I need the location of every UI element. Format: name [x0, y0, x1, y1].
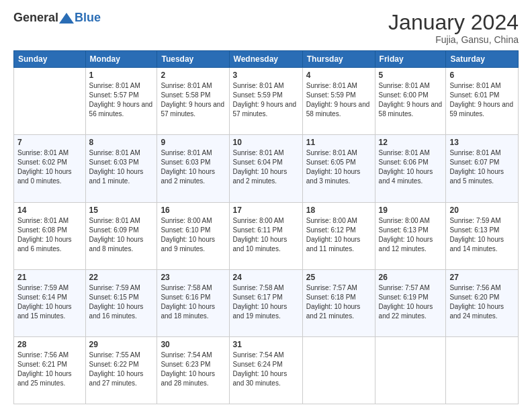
day-info: Sunrise: 7:58 AM Sunset: 6:16 PM Dayligh…: [161, 283, 225, 321]
calendar-cell: 30Sunrise: 7:54 AM Sunset: 6:23 PM Dayli…: [157, 336, 229, 404]
day-number: 8: [89, 138, 154, 147]
calendar-cell: 14Sunrise: 8:01 AM Sunset: 6:08 PM Dayli…: [14, 202, 86, 269]
day-number: 3: [233, 71, 299, 80]
week-row-3: 14Sunrise: 8:01 AM Sunset: 6:08 PM Dayli…: [14, 202, 519, 269]
day-info: Sunrise: 7:58 AM Sunset: 6:17 PM Dayligh…: [233, 283, 299, 321]
day-info: Sunrise: 7:59 AM Sunset: 6:14 PM Dayligh…: [17, 283, 82, 321]
calendar-cell: [446, 336, 519, 404]
day-number: 17: [233, 205, 299, 215]
day-number: 29: [89, 340, 154, 349]
logo-blue: Blue: [75, 11, 101, 25]
day-number: 31: [233, 340, 299, 349]
calendar-cell: 1Sunrise: 8:01 AM Sunset: 5:57 PM Daylig…: [85, 68, 157, 135]
day-number: 20: [449, 205, 515, 215]
day-info: Sunrise: 8:00 AM Sunset: 6:11 PM Dayligh…: [233, 216, 299, 254]
day-number: 24: [233, 273, 299, 282]
day-info: Sunrise: 8:01 AM Sunset: 5:59 PM Dayligh…: [306, 81, 371, 119]
calendar-cell: 29Sunrise: 7:55 AM Sunset: 6:22 PM Dayli…: [85, 336, 157, 404]
day-info: Sunrise: 8:01 AM Sunset: 6:03 PM Dayligh…: [89, 148, 154, 186]
day-number: 12: [379, 138, 443, 147]
day-info: Sunrise: 8:01 AM Sunset: 5:58 PM Dayligh…: [161, 81, 225, 119]
day-info: Sunrise: 7:54 AM Sunset: 6:23 PM Dayligh…: [161, 351, 225, 388]
col-monday: Monday: [85, 51, 157, 68]
calendar-cell: 26Sunrise: 7:57 AM Sunset: 6:19 PM Dayli…: [375, 269, 446, 336]
day-info: Sunrise: 8:00 AM Sunset: 6:12 PM Dayligh…: [306, 216, 371, 254]
day-number: 11: [306, 138, 371, 147]
calendar-cell: 17Sunrise: 8:00 AM Sunset: 6:11 PM Dayli…: [229, 202, 302, 269]
calendar-cell: 4Sunrise: 8:01 AM Sunset: 5:59 PM Daylig…: [302, 68, 375, 135]
calendar-cell: 19Sunrise: 8:00 AM Sunset: 6:13 PM Dayli…: [375, 202, 446, 269]
day-info: Sunrise: 7:54 AM Sunset: 6:24 PM Dayligh…: [233, 351, 299, 388]
day-info: Sunrise: 8:01 AM Sunset: 6:00 PM Dayligh…: [379, 81, 443, 119]
calendar-cell: 7Sunrise: 8:01 AM Sunset: 6:02 PM Daylig…: [14, 135, 86, 202]
header: General Blue January 2024 Fujia, Gansu, …: [13, 11, 519, 45]
day-number: 23: [161, 273, 225, 282]
col-saturday: Saturday: [446, 51, 519, 68]
day-info: Sunrise: 8:01 AM Sunset: 6:01 PM Dayligh…: [449, 81, 515, 119]
col-friday: Friday: [375, 51, 446, 68]
day-info: Sunrise: 7:57 AM Sunset: 6:19 PM Dayligh…: [379, 283, 443, 321]
day-number: 21: [17, 273, 82, 282]
calendar-cell: 12Sunrise: 8:01 AM Sunset: 6:06 PM Dayli…: [375, 135, 446, 202]
calendar-cell: [375, 336, 446, 404]
col-sunday: Sunday: [14, 51, 86, 68]
day-number: 13: [449, 138, 515, 147]
day-number: 14: [17, 205, 82, 215]
day-info: Sunrise: 7:56 AM Sunset: 6:21 PM Dayligh…: [17, 351, 82, 388]
calendar-cell: 23Sunrise: 7:58 AM Sunset: 6:16 PM Dayli…: [157, 269, 229, 336]
day-number: 4: [306, 71, 371, 80]
calendar-page: General Blue January 2024 Fujia, Gansu, …: [0, 0, 532, 411]
logo-general: General: [13, 11, 58, 25]
day-number: 30: [161, 340, 225, 349]
month-year: January 2024: [388, 11, 519, 34]
day-info: Sunrise: 7:59 AM Sunset: 6:15 PM Dayligh…: [89, 283, 154, 321]
day-number: 25: [306, 273, 371, 282]
calendar-cell: 2Sunrise: 8:01 AM Sunset: 5:58 PM Daylig…: [157, 68, 229, 135]
week-row-4: 21Sunrise: 7:59 AM Sunset: 6:14 PM Dayli…: [14, 269, 519, 336]
day-number: 19: [379, 205, 443, 215]
week-row-2: 7Sunrise: 8:01 AM Sunset: 6:02 PM Daylig…: [14, 135, 519, 202]
day-number: 15: [89, 205, 154, 215]
header-row: Sunday Monday Tuesday Wednesday Thursday…: [14, 51, 519, 68]
day-info: Sunrise: 8:01 AM Sunset: 6:04 PM Dayligh…: [233, 148, 299, 186]
week-row-5: 28Sunrise: 7:56 AM Sunset: 6:21 PM Dayli…: [14, 336, 519, 404]
day-info: Sunrise: 8:01 AM Sunset: 6:06 PM Dayligh…: [379, 148, 443, 186]
day-number: 1: [89, 71, 154, 80]
day-info: Sunrise: 8:01 AM Sunset: 6:03 PM Dayligh…: [161, 148, 225, 186]
day-number: 16: [161, 205, 225, 215]
day-info: Sunrise: 7:59 AM Sunset: 6:13 PM Dayligh…: [449, 216, 515, 254]
calendar-cell: 31Sunrise: 7:54 AM Sunset: 6:24 PM Dayli…: [229, 336, 302, 404]
calendar-cell: 13Sunrise: 8:01 AM Sunset: 6:07 PM Dayli…: [446, 135, 519, 202]
day-info: Sunrise: 8:00 AM Sunset: 6:10 PM Dayligh…: [161, 216, 225, 254]
calendar-cell: 5Sunrise: 8:01 AM Sunset: 6:00 PM Daylig…: [375, 68, 446, 135]
calendar-cell: 9Sunrise: 8:01 AM Sunset: 6:03 PM Daylig…: [157, 135, 229, 202]
day-number: 18: [306, 205, 371, 215]
calendar-cell: 6Sunrise: 8:01 AM Sunset: 6:01 PM Daylig…: [446, 68, 519, 135]
day-number: 9: [161, 138, 225, 147]
calendar-table: Sunday Monday Tuesday Wednesday Thursday…: [13, 50, 519, 404]
calendar-header: Sunday Monday Tuesday Wednesday Thursday…: [14, 51, 519, 68]
day-info: Sunrise: 8:01 AM Sunset: 5:59 PM Dayligh…: [233, 81, 299, 119]
day-number: 7: [17, 138, 82, 147]
day-number: 2: [161, 71, 225, 80]
calendar-cell: 15Sunrise: 8:01 AM Sunset: 6:09 PM Dayli…: [85, 202, 157, 269]
day-info: Sunrise: 8:01 AM Sunset: 6:05 PM Dayligh…: [306, 148, 371, 186]
day-info: Sunrise: 8:01 AM Sunset: 5:57 PM Dayligh…: [89, 81, 154, 119]
title-block: January 2024 Fujia, Gansu, China: [388, 11, 519, 45]
week-row-1: 1Sunrise: 8:01 AM Sunset: 5:57 PM Daylig…: [14, 68, 519, 135]
calendar-cell: [302, 336, 375, 404]
day-info: Sunrise: 7:55 AM Sunset: 6:22 PM Dayligh…: [89, 351, 154, 388]
calendar-cell: 28Sunrise: 7:56 AM Sunset: 6:21 PM Dayli…: [14, 336, 86, 404]
day-number: 28: [17, 340, 82, 349]
col-thursday: Thursday: [302, 51, 375, 68]
day-info: Sunrise: 8:01 AM Sunset: 6:08 PM Dayligh…: [17, 216, 82, 254]
day-number: 5: [379, 71, 443, 80]
calendar-cell: 16Sunrise: 8:00 AM Sunset: 6:10 PM Dayli…: [157, 202, 229, 269]
calendar-cell: 24Sunrise: 7:58 AM Sunset: 6:17 PM Dayli…: [229, 269, 302, 336]
calendar-cell: [14, 68, 86, 135]
day-number: 10: [233, 138, 299, 147]
col-wednesday: Wednesday: [229, 51, 302, 68]
calendar-cell: 21Sunrise: 7:59 AM Sunset: 6:14 PM Dayli…: [14, 269, 86, 336]
calendar-cell: 25Sunrise: 7:57 AM Sunset: 6:18 PM Dayli…: [302, 269, 375, 336]
day-info: Sunrise: 8:01 AM Sunset: 6:07 PM Dayligh…: [449, 148, 515, 186]
